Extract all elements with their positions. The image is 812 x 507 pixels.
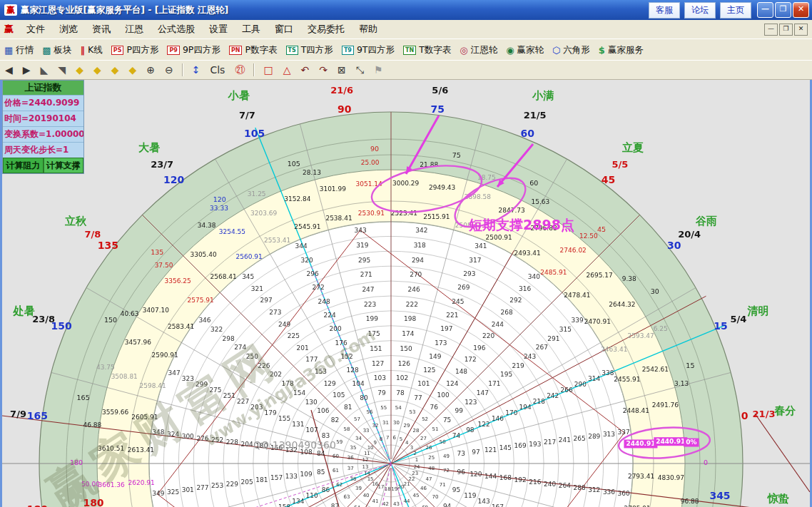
maximize-button[interactable]: ❐ (775, 2, 791, 18)
toolbar-separator (182, 63, 183, 76)
panel-title: 上证指数 (3, 81, 83, 95)
9p-square-icon: P9 (167, 46, 179, 55)
pan-up[interactable]: ◆ (111, 62, 119, 78)
toolbar-item-t-square[interactable]: TST四方形 (286, 44, 333, 56)
quick-button-0[interactable]: 客服 (649, 2, 680, 19)
panel-buttons: 计算阻力 计算支撑 (3, 158, 83, 173)
toolbar-item-market[interactable]: ▦行情 (4, 44, 34, 56)
menu-item-info[interactable]: 资讯 (85, 21, 118, 38)
toolbar-item-hexagon[interactable]: ⬡六角形 (552, 44, 590, 56)
toolbar-item-t-table[interactable]: TNT数字表 (403, 44, 451, 56)
toolbar-item-winner-wheel[interactable]: ◉赢家轮 (506, 44, 544, 56)
resize-tool[interactable]: ⤡ (356, 62, 364, 78)
toolbar-item-sectors[interactable]: ▩板块 (42, 44, 71, 56)
toolbar-separator (253, 63, 255, 76)
cls-button[interactable]: Cls (210, 62, 225, 78)
menu-item-trade[interactable]: 交易委托 (300, 21, 352, 38)
menu-items: 文件浏览资讯江恩公式选股设置工具窗口交易委托帮助 (19, 21, 385, 38)
menu-item-browse[interactable]: 浏览 (52, 21, 85, 38)
p-table-icon: PN (229, 46, 243, 55)
mdi-restore-button[interactable]: ❐ (779, 24, 793, 36)
t-square-icon: TS (286, 46, 298, 55)
toolbar-item-9p-square[interactable]: P99P四方形 (167, 44, 220, 56)
zoom-in[interactable]: ⊕ (146, 62, 155, 78)
pan-left[interactable]: ◆ (76, 62, 83, 78)
app-logo-icon: 赢 (4, 23, 14, 36)
rotate-cw[interactable]: ↷ (319, 62, 328, 78)
delete-tool[interactable]: ⊠ (338, 62, 346, 78)
main-toolbar: ▦行情▩板块‖K线PSP四方形P99P四方形PNP数字表TST四方形T99T四方… (0, 39, 812, 61)
sectors-icon: ▩ (42, 45, 51, 56)
9t-square-icon: T9 (342, 46, 354, 55)
calc-resistance-button[interactable]: 计算阻力 (3, 158, 44, 173)
coefficient-value: 变换系数=1.00000 (3, 126, 83, 142)
step-value: 周天变化步长=1 (3, 142, 83, 158)
app-icon: 赢 (4, 4, 17, 16)
toolbar-item-9t-square[interactable]: T99T四方形 (342, 44, 395, 56)
menu-item-help[interactable]: 帮助 (352, 21, 385, 38)
gann-wheel-icon: ◎ (460, 45, 467, 56)
kline-icon: ‖ (81, 45, 86, 56)
application-window: 赢 赢家江恩专业版[赢家服务平台] - [上证指数 江恩轮] 客服论坛主页 — … (0, 0, 812, 507)
toolbar-item-label: 9T四方形 (357, 44, 395, 56)
toolbar-item-label: 行情 (16, 44, 34, 56)
close-button[interactable]: ✕ (793, 2, 809, 18)
quick-button-2[interactable]: 主页 (720, 2, 751, 19)
toolbar-item-label: 板块 (54, 44, 72, 56)
pan-down[interactable]: ◆ (128, 62, 136, 78)
title-bar[interactable]: 赢 赢家江恩专业版[赢家服务平台] - [上证指数 江恩轮] 客服论坛主页 — … (0, 0, 812, 20)
minimize-button[interactable]: — (757, 2, 773, 18)
menu-item-stock-pick[interactable]: 公式选股 (151, 21, 202, 38)
toolbar-item-label: 赢家轮 (517, 44, 544, 56)
toolbar-item-label: 江恩轮 (471, 44, 498, 56)
menu-bar: 赢 文件浏览资讯江恩公式选股设置工具窗口交易委托帮助 —❐✕ (0, 20, 812, 39)
calendar-icon[interactable]: ㉑ (235, 62, 245, 78)
triangle-tool[interactable]: △ (283, 62, 291, 78)
mdi-minimize-button[interactable]: — (764, 24, 778, 36)
hexagon-icon: ⬡ (552, 45, 560, 56)
price-value: 价格=2440.9099 (3, 95, 83, 111)
p-square-icon: PS (111, 46, 124, 55)
toolbar-item-label: P数字表 (245, 44, 277, 56)
updown-tool[interactable]: ↕ (192, 62, 201, 78)
gann-wheel-canvas[interactable] (2, 78, 810, 507)
nav-back[interactable]: ◀ (5, 62, 13, 78)
menu-item-file[interactable]: 文件 (19, 21, 52, 38)
pin-tool[interactable]: ⚑ (374, 62, 383, 78)
market-icon: ▦ (4, 45, 13, 56)
menu-item-window[interactable]: 窗口 (268, 21, 300, 38)
calc-support-button[interactable]: 计算支撑 (44, 158, 84, 173)
toolbar-item-gann-wheel[interactable]: ◎江恩轮 (460, 44, 497, 56)
window-title: 赢家江恩专业版[赢家服务平台] - [上证指数 江恩轮] (21, 4, 649, 16)
toolbar-item-p-square[interactable]: PSP四方形 (111, 44, 159, 56)
toolbar-item-p-table[interactable]: PNP数字表 (229, 44, 278, 56)
toolbar-item-label: T数字表 (419, 44, 451, 56)
menu-item-gann[interactable]: 江恩 (118, 21, 151, 38)
toolbar-item-label: T四方形 (301, 44, 333, 56)
pan-right[interactable]: ◆ (93, 62, 101, 78)
toolbar-item-kline[interactable]: ‖K线 (81, 44, 103, 56)
toolbar-item-label: P四方形 (126, 44, 158, 56)
chart-area: 赢家财富网 www.yingjia360.com QQ:1390490360 短… (2, 78, 810, 507)
arrow-up-tool[interactable]: ◣ (41, 62, 49, 78)
quick-button-1[interactable]: 论坛 (684, 2, 716, 19)
mdi-controls: —❐✕ (763, 24, 808, 36)
toolbar-item-label: 赢家服务 (608, 44, 644, 56)
toolbar-item-label: 9P四方形 (183, 44, 220, 56)
rotate-ccw[interactable]: ↶ (300, 62, 309, 78)
mdi-close-button[interactable]: ✕ (794, 24, 808, 36)
toolbar-item-label: K线 (88, 44, 103, 56)
toolbar-item-winner-service[interactable]: $赢家服务 (599, 44, 644, 56)
winner-service-icon: $ (599, 45, 605, 56)
toolbar-item-label: 六角形 (563, 44, 590, 56)
info-panel: 上证指数 价格=2440.9099 时间=20190104 变换系数=1.000… (2, 80, 84, 174)
menu-item-tools[interactable]: 工具 (235, 21, 268, 38)
winner-wheel-icon: ◉ (506, 45, 514, 56)
quick-buttons: 客服论坛主页 (649, 2, 756, 19)
arrow-down-tool[interactable]: ◥ (58, 62, 66, 78)
zoom-out[interactable]: ⊖ (165, 62, 173, 78)
drawing-toolbar: ◀▶◣◥◆◆◆◆⊕⊖↕Cls㉑□△↶↷⊠⤡⚑ (0, 60, 812, 80)
menu-item-settings[interactable]: 设置 (202, 21, 235, 38)
nav-forward[interactable]: ▶ (23, 62, 31, 78)
rect-tool[interactable]: □ (263, 62, 273, 78)
